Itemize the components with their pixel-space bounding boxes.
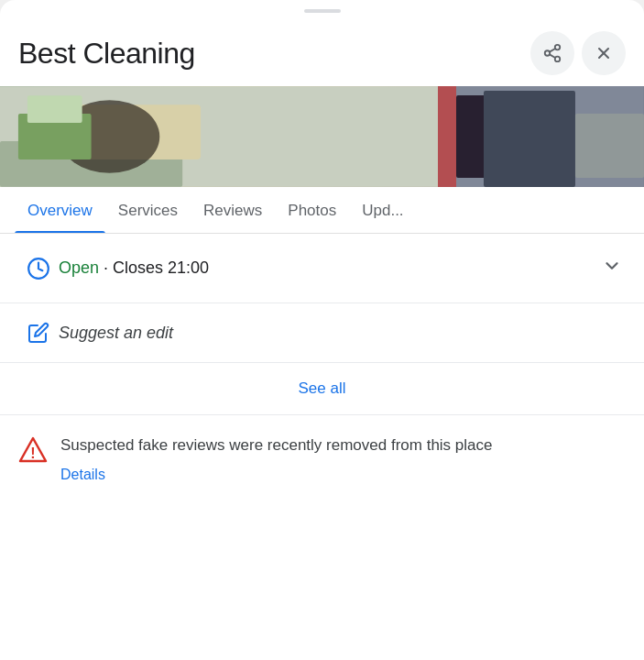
- image-strip[interactable]: [0, 86, 644, 187]
- tab-services[interactable]: Services: [105, 187, 191, 233]
- share-button[interactable]: [530, 31, 574, 75]
- close-button[interactable]: [582, 31, 626, 75]
- share-icon: [542, 43, 562, 63]
- clock-icon: [27, 257, 50, 280]
- warning-message: Suspected fake reviews were recently rem…: [60, 436, 492, 454]
- pencil-icon-wrapper: [18, 322, 59, 344]
- hours-expand-button[interactable]: [598, 252, 626, 284]
- header: Best Cleaning: [0, 16, 644, 86]
- clock-icon-wrapper: [18, 257, 59, 280]
- close-icon: [595, 44, 613, 62]
- warning-text-block: Suspected fake reviews were recently rem…: [60, 434, 492, 483]
- svg-rect-17: [575, 114, 644, 178]
- suggest-edit-label: Suggest an edit: [59, 324, 173, 343]
- hours-separator: ·: [99, 258, 113, 277]
- suggest-edit-content: Suggest an edit: [59, 324, 626, 343]
- pencil-icon: [27, 322, 49, 344]
- warning-triangle-icon: !: [18, 435, 48, 465]
- warning-banner: ! Suspected fake reviews were recently r…: [0, 415, 644, 490]
- tab-updates[interactable]: Upd...: [349, 187, 416, 233]
- pull-handle[interactable]: [304, 9, 341, 13]
- svg-rect-16: [484, 91, 575, 187]
- hours-text: Open · Closes 21:00: [59, 258, 209, 278]
- hours-content: Open · Closes 21:00: [59, 252, 626, 284]
- hours-closes: Closes 21:00: [113, 258, 209, 277]
- tab-reviews[interactable]: Reviews: [191, 187, 275, 233]
- svg-text:!: !: [30, 446, 35, 461]
- hours-row: Open · Closes 21:00: [0, 234, 644, 303]
- image-left: [0, 86, 438, 187]
- open-status: Open: [59, 258, 99, 277]
- tabs: Overview Services Reviews Photos Upd...: [0, 187, 644, 234]
- svg-line-4: [550, 49, 555, 52]
- image-right: [438, 86, 644, 187]
- warning-content: ! Suspected fake reviews were recently r…: [18, 434, 626, 483]
- see-all-row: See all: [0, 363, 644, 415]
- svg-rect-14: [438, 86, 456, 187]
- svg-rect-12: [27, 95, 82, 123]
- see-all-button[interactable]: See all: [299, 380, 346, 398]
- image-right-graphic: [438, 86, 644, 187]
- image-left-graphic: [0, 86, 438, 187]
- chevron-down-icon: [602, 256, 622, 276]
- suggest-edit-row[interactable]: Suggest an edit: [0, 303, 644, 363]
- business-title: Best Cleaning: [18, 37, 195, 71]
- header-actions: [530, 31, 626, 75]
- details-button[interactable]: Details: [60, 467, 105, 483]
- svg-line-3: [550, 54, 555, 58]
- tab-photos[interactable]: Photos: [275, 187, 349, 233]
- business-card: Best Cleaning: [0, 0, 644, 660]
- tab-overview[interactable]: Overview: [15, 187, 105, 233]
